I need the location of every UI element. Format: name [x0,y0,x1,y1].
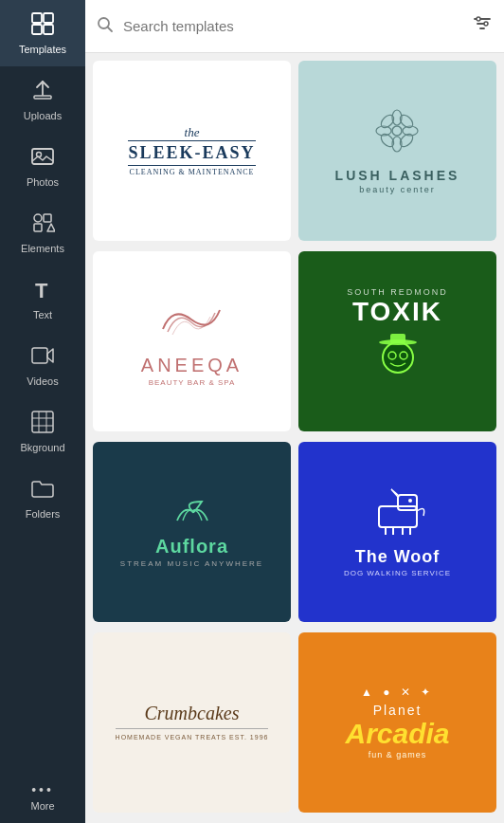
sleek-easy-sub: CLEANING & MAINTENANCE [128,168,255,176]
auflora-leaf-icon [120,497,263,532]
svg-line-20 [108,27,113,31]
folders-icon [30,476,55,504]
sidebar-item-more[interactable]: ••• More [0,772,85,823]
template-card-toxik[interactable]: SOUTH REDMOND TOXIK [298,251,496,431]
search-icon [97,16,114,37]
woof-name: The Woof [344,547,451,567]
sleek-easy-the: the [128,125,255,140]
crumbcakes-sub: HOMEMADE VEGAN TREATS EST. 1996 [116,728,269,742]
toxik-label: SOUTH REDMOND [347,287,448,297]
svg-point-24 [477,17,480,21]
crumbcakes-name: Crumbcakes [116,703,269,724]
photos-icon [30,144,55,173]
lush-lashes-sub: beauty center [335,185,460,194]
arcadia-planet: Planet [345,703,449,718]
auflora-sub: STREAM MUSIC ANYWHERE [120,559,263,568]
aneeqa-name: ANEEQA [141,355,243,376]
sidebar-label-background: Bkground [20,442,64,453]
sidebar-item-elements[interactable]: Elements [0,199,85,265]
sidebar-item-background[interactable]: Bkground [0,398,85,465]
template-card-woof[interactable]: The Woof DOG WALKING SERVICE [298,442,496,622]
sidebar-label-folders: Folders [26,508,61,520]
svg-rect-39 [390,334,405,343]
svg-point-35 [383,342,413,373]
svg-rect-14 [32,412,53,432]
svg-rect-41 [398,495,417,510]
svg-text:T: T [35,279,48,302]
template-card-sleek-easy[interactable]: the SLEEK-EASY CLEANING & MAINTENANCE [93,61,291,241]
videos-icon [30,343,55,372]
woof-dog-icon [344,487,451,543]
svg-rect-3 [44,25,53,34]
svg-rect-9 [34,224,42,231]
sidebar: Templates Uploads Photos [0,0,85,823]
elements-icon [30,210,55,239]
filter-icon[interactable] [472,13,493,39]
template-card-lush-lashes[interactable]: LUSH LASHES beauty center [298,61,496,241]
sidebar-item-uploads[interactable]: Uploads [0,66,85,133]
template-card-arcadia[interactable]: ▲ ● ✕ ✦ Planet Arcadia fun & games [298,632,496,813]
template-card-auflora[interactable]: Auflora STREAM MUSIC ANYWHERE [93,442,291,622]
template-card-crumbcakes[interactable]: Crumbcakes HOMEMADE VEGAN TREATS EST. 19… [93,632,291,813]
sidebar-item-text[interactable]: T Text [0,265,85,332]
sidebar-label-photos: Photos [27,176,59,188]
svg-rect-12 [32,348,47,363]
aneeqa-sub: BEAUTY BAR & SPA [141,378,243,387]
svg-marker-10 [47,224,55,231]
template-grid: the SLEEK-EASY CLEANING & MAINTENANCE [85,53,504,823]
sidebar-item-videos[interactable]: Videos [0,332,85,398]
text-icon: T [30,277,55,305]
sidebar-label-text: Text [33,309,52,320]
svg-point-25 [484,22,488,26]
main-content: the SLEEK-EASY CLEANING & MAINTENANCE [85,0,504,823]
svg-rect-4 [34,96,51,99]
svg-rect-8 [44,214,51,222]
toxik-name: TOXIK [347,297,448,327]
more-icon: ••• [31,783,54,796]
toxik-mascot-icon [347,331,448,396]
svg-point-7 [34,214,42,222]
svg-point-46 [408,499,412,503]
uploads-icon [30,78,55,106]
arcadia-sub: fun & games [345,750,449,759]
svg-rect-2 [32,25,42,34]
svg-marker-13 [47,349,53,362]
svg-rect-5 [32,149,53,164]
svg-rect-1 [44,13,53,23]
background-icon [30,410,55,438]
sidebar-item-templates[interactable]: Templates [0,0,85,66]
arcadia-name: Arcadia [345,718,449,750]
sidebar-label-videos: Videos [27,375,58,387]
lush-lashes-name: LUSH LASHES [335,168,460,183]
arcadia-symbols: ▲ ● ✕ ✦ [345,686,449,699]
auflora-name: Auflora [120,536,263,558]
sidebar-label-elements: Elements [21,243,64,254]
woof-sub: DOG WALKING SERVICE [344,569,451,577]
sidebar-item-folders[interactable]: Folders [0,465,85,531]
sidebar-item-photos[interactable]: Photos [0,133,85,199]
template-card-aneeqa[interactable]: ANEEQA BEAUTY BAR & SPA [93,251,291,431]
lush-lashes-flower-icon [335,107,460,162]
sidebar-label-templates: Templates [19,44,66,55]
sidebar-label-uploads: Uploads [24,110,62,121]
svg-point-26 [392,126,402,136]
sleek-easy-name: SLEEK-EASY [128,140,255,166]
svg-rect-0 [32,13,42,23]
templates-icon [30,11,55,40]
sidebar-label-more: More [30,800,54,812]
search-bar [85,0,504,53]
search-input[interactable] [123,18,462,34]
